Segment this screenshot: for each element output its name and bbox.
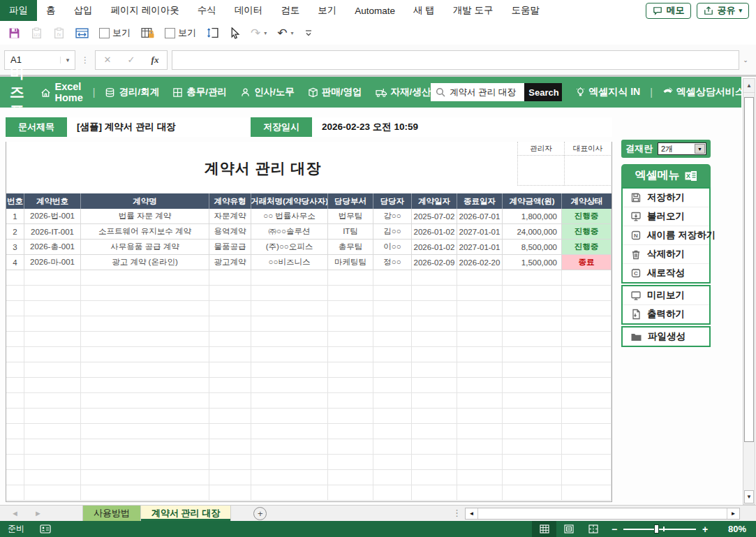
- table-cell[interactable]: 2026-07-01: [457, 209, 503, 224]
- table-cell-empty[interactable]: [503, 316, 562, 332]
- table-cell[interactable]: 1,500,000: [503, 255, 562, 270]
- table-cell-empty[interactable]: [24, 470, 81, 485]
- table-cell[interactable]: 법률 자문 계약: [81, 209, 209, 224]
- table-cell[interactable]: 정○○: [373, 255, 412, 270]
- fit-column-width-icon[interactable]: [75, 27, 89, 39]
- zoom-slider[interactable]: [623, 521, 696, 537]
- ribbon-tab-페이지 레이아웃[interactable]: 페이지 레이아웃: [102, 0, 188, 21]
- table-cell-empty[interactable]: [209, 301, 251, 316]
- table-cell[interactable]: 광고계약: [209, 255, 251, 270]
- table-cell-empty[interactable]: [251, 409, 328, 424]
- table-cell-empty[interactable]: [328, 347, 373, 362]
- table-cell-empty[interactable]: [412, 424, 457, 439]
- table-cell[interactable]: 2026-IT-001: [24, 224, 81, 240]
- table-cell[interactable]: 강○○: [373, 209, 412, 224]
- nav-category-인사/노무[interactable]: 인사/노무: [240, 86, 295, 98]
- status-cell[interactable]: 진행중: [562, 240, 612, 255]
- vertical-scrollbar-thumb[interactable]: [744, 97, 754, 442]
- table-cell-empty[interactable]: [412, 286, 457, 301]
- horizontal-scrollbar[interactable]: ◄ ►: [465, 508, 740, 520]
- table-cell-empty[interactable]: [562, 439, 612, 455]
- table-cell-empty[interactable]: [562, 485, 612, 501]
- splitter-dots-icon[interactable]: ⋮: [452, 508, 461, 518]
- excel-support-link[interactable]: 엑셀상담서비스: [662, 86, 745, 98]
- share-button[interactable]: 공유 ▾: [697, 3, 749, 19]
- table-cell-empty[interactable]: [562, 470, 612, 485]
- table-cell-empty[interactable]: [457, 409, 503, 424]
- menu-item-출력하기[interactable]: 출력하기: [623, 304, 709, 323]
- table-cell-empty[interactable]: [503, 270, 562, 286]
- table-cell-empty[interactable]: [81, 362, 209, 378]
- table-cell-empty[interactable]: [457, 378, 503, 393]
- table-cell[interactable]: 2026-총-001: [24, 240, 81, 255]
- table-cell-empty[interactable]: [457, 424, 503, 439]
- nav-category-경리/회계[interactable]: 경리/회계: [105, 86, 159, 98]
- table-cell-empty[interactable]: [251, 455, 328, 470]
- table-cell-empty[interactable]: [503, 378, 562, 393]
- table-cell[interactable]: 2026-02-09: [412, 255, 457, 270]
- table-cell-empty[interactable]: [24, 378, 81, 393]
- table-cell-empty[interactable]: [412, 409, 457, 424]
- table-cell[interactable]: 2026-02-20: [457, 255, 503, 270]
- table-cell[interactable]: 물품공급: [209, 240, 251, 255]
- table-cell-empty[interactable]: [503, 455, 562, 470]
- table-cell[interactable]: 법무팀: [328, 209, 373, 224]
- view-checkbox-1[interactable]: 보기: [99, 27, 131, 39]
- table-cell-empty[interactable]: [6, 316, 24, 332]
- table-cell-empty[interactable]: [209, 485, 251, 501]
- table-cell-empty[interactable]: [503, 409, 562, 424]
- table-cell-empty[interactable]: [251, 439, 328, 455]
- table-cell-empty[interactable]: [373, 316, 412, 332]
- menu-item-파일생성[interactable]: 파일생성: [623, 328, 709, 346]
- table-cell[interactable]: (주)○○오피스: [251, 240, 328, 255]
- table-cell-empty[interactable]: [6, 424, 24, 439]
- zoom-out-button[interactable]: −: [605, 524, 623, 535]
- table-cell-empty[interactable]: [328, 362, 373, 378]
- table-cell-empty[interactable]: [457, 347, 503, 362]
- table-cell-empty[interactable]: [373, 393, 412, 409]
- zoom-level[interactable]: 80%: [714, 524, 756, 534]
- paste-formulas-icon[interactable]: fx: [53, 27, 65, 39]
- table-cell-empty[interactable]: [457, 332, 503, 347]
- ribbon-tab-검토[interactable]: 검토: [272, 0, 309, 21]
- table-cell-empty[interactable]: [24, 347, 81, 362]
- table-cell-empty[interactable]: [24, 332, 81, 347]
- table-cell-empty[interactable]: [373, 439, 412, 455]
- table-cell-empty[interactable]: [562, 424, 612, 439]
- table-cell-empty[interactable]: [24, 485, 81, 501]
- table-cell-empty[interactable]: [209, 439, 251, 455]
- zoom-in-button[interactable]: +: [696, 524, 714, 535]
- table-cell-empty[interactable]: [562, 286, 612, 301]
- table-cell-empty[interactable]: [412, 347, 457, 362]
- table-cell-empty[interactable]: [251, 332, 328, 347]
- table-cell[interactable]: 용역계약: [209, 224, 251, 240]
- table-cell[interactable]: 2026-마-001: [24, 255, 81, 270]
- drag-handle-icon[interactable]: ⋮: [81, 55, 89, 65]
- table-cell-empty[interactable]: [81, 316, 209, 332]
- table-cell-empty[interactable]: [503, 301, 562, 316]
- confirm-entry-icon[interactable]: ✓: [119, 54, 143, 65]
- checkbox-icon[interactable]: [99, 28, 110, 38]
- table-cell-empty[interactable]: [457, 439, 503, 455]
- table-cell-empty[interactable]: [328, 332, 373, 347]
- table-cell-empty[interactable]: [6, 378, 24, 393]
- sheet-tab-계약서 관리 대장[interactable]: 계약서 관리 대장: [141, 506, 231, 521]
- view-checkbox-2[interactable]: 보기: [165, 27, 196, 39]
- table-cell-empty[interactable]: [251, 347, 328, 362]
- table-cell-empty[interactable]: [412, 316, 457, 332]
- table-cell-empty[interactable]: [412, 332, 457, 347]
- menu-item-저장하기[interactable]: 저장하기: [623, 189, 709, 207]
- table-cell-empty[interactable]: [562, 332, 612, 347]
- nav-category-자재/생산[interactable]: 자재/생산: [376, 86, 431, 98]
- ribbon-tab-파일[interactable]: 파일: [0, 0, 37, 21]
- table-cell[interactable]: 2026-01-02: [412, 240, 457, 255]
- table-cell[interactable]: 2027-01-01: [457, 224, 503, 240]
- table-cell-empty[interactable]: [373, 485, 412, 501]
- customize-toolbar-button[interactable]: [304, 29, 313, 37]
- scroll-down-icon[interactable]: ▼: [744, 490, 754, 503]
- table-cell-empty[interactable]: [6, 270, 24, 286]
- table-cell-empty[interactable]: [209, 286, 251, 301]
- table-cell-empty[interactable]: [81, 485, 209, 501]
- table-cell[interactable]: 이○○: [373, 240, 412, 255]
- insert-function-icon[interactable]: fx: [143, 54, 167, 66]
